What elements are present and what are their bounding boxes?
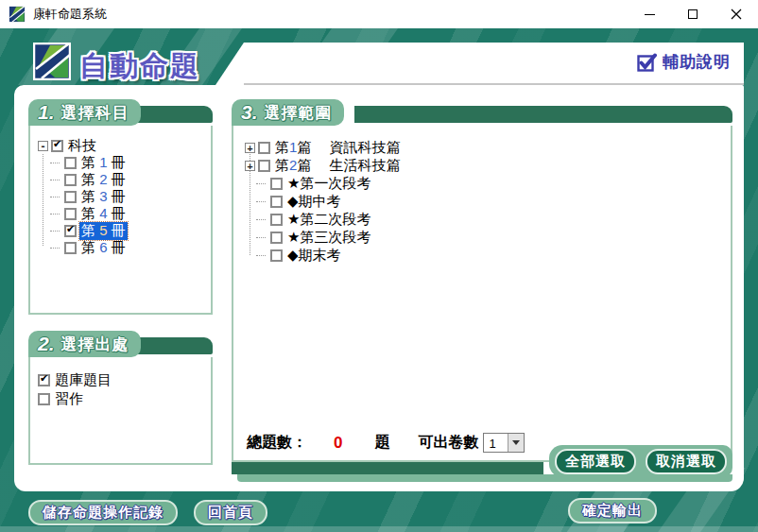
tree-row[interactable]: ★第二次段考 (256, 211, 727, 229)
checkbox[interactable] (270, 196, 283, 208)
select-all-button[interactable]: 全部選取 (555, 449, 636, 474)
section-select-subject: 1. 選擇科目 - 科技 第 1 冊 (28, 99, 213, 315)
tree-label[interactable]: 第 3 冊 (79, 188, 128, 206)
papers-count-value: 1 (484, 434, 508, 452)
checkbox[interactable] (38, 393, 50, 405)
section3-tab: 3. 選擇範圍 (232, 99, 344, 126)
confirm-output-button[interactable]: 確定輸出 (568, 498, 657, 523)
app-window: 康軒命題系統 自動命題 (0, 0, 758, 532)
home-button[interactable]: 回首頁 (194, 500, 267, 525)
range-tree: + 第1篇 資訊科技篇 + 第2篇 生活科技篇 ★第一次段考 (233, 126, 731, 265)
expand-icon[interactable]: + (245, 143, 255, 153)
tree-connector (256, 237, 266, 238)
checkbox[interactable] (258, 160, 270, 172)
minimize-button[interactable] (628, 0, 671, 28)
tree-label[interactable]: 第 1 冊 (79, 154, 128, 172)
tree-connector (50, 231, 60, 232)
option-row[interactable]: 習作 (38, 389, 207, 408)
checkbox[interactable] (64, 208, 77, 220)
section2-title: 選擇出處 (61, 334, 129, 355)
tree-row[interactable]: 第 3 冊 (50, 188, 207, 205)
tree-row[interactable]: ★第一次段考 (256, 175, 727, 193)
help-link[interactable]: 輔助說明 (637, 51, 731, 73)
papers-count-select[interactable]: 1 (483, 433, 525, 453)
bottom-edge-highlight (0, 526, 758, 532)
tree-label[interactable]: 第1篇 資訊科技篇 (273, 139, 403, 157)
checkbox[interactable] (270, 214, 283, 226)
collapse-icon[interactable]: - (38, 141, 48, 151)
source-panel: 題庫題目 習作 (28, 357, 213, 465)
tree-row-root[interactable]: - 科技 (38, 137, 207, 154)
checkbox[interactable] (64, 242, 77, 254)
tree-label[interactable]: 第 6 冊 (79, 239, 128, 257)
help-check-icon (637, 53, 658, 72)
minimize-icon (645, 14, 655, 15)
brand-logo (33, 43, 71, 80)
checkbox[interactable] (270, 249, 283, 262)
tree-row[interactable]: + 第1篇 資訊科技篇 (245, 139, 727, 157)
tree-row[interactable]: 第 4 冊 (50, 205, 207, 222)
tree-row[interactable]: 第 6 冊 (50, 239, 207, 256)
checkbox[interactable] (258, 142, 270, 154)
tree-label[interactable]: 科技 (66, 137, 98, 155)
dropdown-button[interactable] (508, 434, 524, 452)
deselect-button[interactable]: 取消選取 (646, 449, 727, 474)
checkbox[interactable] (64, 225, 77, 237)
tree-label[interactable]: 第 4 冊 (79, 205, 128, 223)
tree-label[interactable]: ◆期末考 (285, 247, 343, 265)
subject-tree: - 科技 第 1 冊 第 2 冊 (30, 126, 211, 256)
expand-icon[interactable]: + (245, 161, 255, 171)
tree-row[interactable]: ★第三次段考 (256, 229, 727, 247)
tree-connector (256, 219, 266, 220)
tree-row[interactable]: ◆期中考 (256, 193, 727, 211)
section3-number: 3. (241, 101, 258, 124)
tree-label[interactable]: 第 2 冊 (79, 171, 128, 189)
app-logo-icon (9, 6, 26, 23)
section3-header-bar (354, 106, 732, 123)
tree-row[interactable]: + 第2篇 生活科技篇 (245, 157, 727, 175)
subject-tree-panel: - 科技 第 1 冊 第 2 冊 (28, 126, 213, 315)
header-panel: 輔助說明 (244, 43, 744, 85)
close-button[interactable] (715, 0, 758, 28)
chevron-down-icon (512, 440, 520, 445)
checkbox[interactable] (270, 232, 283, 244)
option-row[interactable]: 題庫題目 (38, 370, 207, 389)
tree-row[interactable]: ◆期末考 (256, 247, 727, 265)
tree-label[interactable]: ◆期中考 (285, 193, 343, 211)
checkbox[interactable] (64, 191, 77, 203)
window-controls (628, 0, 758, 28)
tree-label[interactable]: 第 5 冊 (79, 222, 128, 240)
tree-label[interactable]: ★第二次段考 (285, 211, 372, 229)
checkbox[interactable] (51, 140, 63, 152)
maximize-button[interactable] (671, 0, 715, 28)
page-title: 自動命題 (79, 47, 200, 86)
section3-title: 選擇範圍 (265, 102, 333, 124)
section-select-range: 3. 選擇範圍 + 第1篇 資訊科技篇 + 第2篇 生活科技篇 (232, 99, 732, 462)
tree-label[interactable]: ★第一次段考 (285, 175, 372, 193)
tree-connector (50, 248, 60, 249)
section2-header-bar (137, 337, 213, 354)
option-label[interactable]: 題庫題目 (53, 371, 113, 389)
tree-label[interactable]: 第2篇 生活科技篇 (273, 157, 403, 175)
source-options: 題庫題目 習作 (30, 357, 211, 408)
tree-connector (50, 197, 60, 197)
tree-connector (256, 201, 266, 202)
checkbox[interactable] (64, 157, 77, 169)
section2-tab: 2. 選擇出處 (28, 331, 141, 357)
save-record-button[interactable]: 儲存命題操作記錄 (28, 500, 178, 525)
tree-guide-line (43, 154, 43, 246)
tree-label[interactable]: ★第三次段考 (285, 229, 372, 247)
checkbox[interactable] (38, 374, 50, 386)
checkbox[interactable] (64, 174, 77, 186)
help-label: 輔助說明 (663, 51, 731, 73)
tree-row[interactable]: 第 2 冊 (50, 171, 207, 188)
checkbox[interactable] (270, 178, 283, 190)
window-title: 康軒命題系統 (33, 6, 107, 23)
tree-row[interactable]: 第 1 冊 (50, 154, 207, 171)
section3-header: 3. 選擇範圍 (232, 99, 732, 126)
tree-row-selected[interactable]: 第 5 冊 (50, 222, 207, 239)
total-label: 總題數： (247, 433, 307, 453)
close-icon (731, 9, 742, 20)
maximize-icon (688, 9, 698, 19)
option-label[interactable]: 習作 (53, 390, 85, 408)
